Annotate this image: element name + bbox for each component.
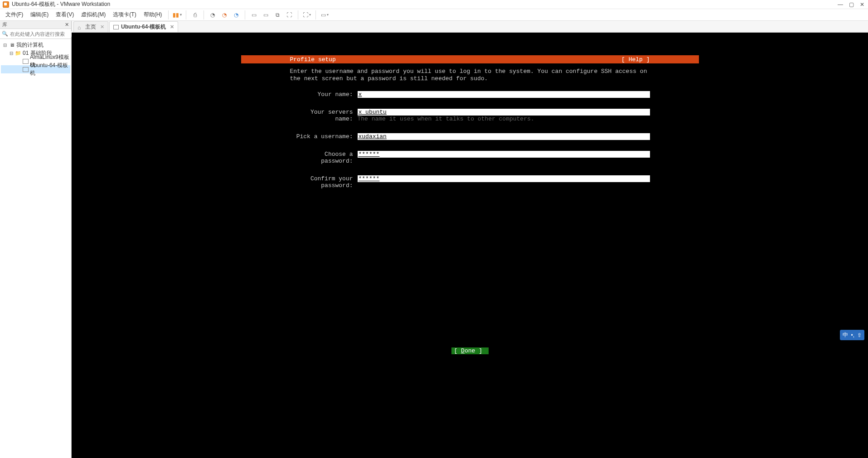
vm-icon <box>23 58 29 64</box>
tab-home[interactable]: 主页 ✕ <box>73 21 108 32</box>
ubuntu-installer: Profile setup [ Help ] Enter the usernam… <box>241 55 699 354</box>
menu-view[interactable]: 查看(V) <box>52 10 78 20</box>
input-password[interactable]: ****** <box>358 151 650 158</box>
vm-console[interactable]: Profile setup [ Help ] Enter the usernam… <box>72 33 868 458</box>
library-tree: ⊟ 我的计算机 ⊟ 01 基础阶段 AlmaLinux9模板机 Ubuntu-6… <box>0 39 71 75</box>
tab-close-icon[interactable]: ✕ <box>170 24 174 30</box>
tree-root-my-computer[interactable]: ⊟ 我的计算机 <box>1 41 70 49</box>
search-icon: 🔍 <box>2 31 8 37</box>
snapshot-manager-icon[interactable]: ◔ <box>231 10 241 20</box>
snapshot-revert-icon[interactable]: ◔ <box>219 10 229 20</box>
library-sidebar: 库 ✕ 🔍 ▼ ⊟ 我的计算机 ⊟ 01 基础阶段 AlmaLinux9模板机 <box>0 21 72 458</box>
library-close-icon[interactable]: ✕ <box>65 22 69 28</box>
content-panel: 主页 ✕ Ubuntu-64-模板机 ✕ Profile setup [ Hel… <box>72 21 868 458</box>
installer-title: Profile setup <box>290 56 336 63</box>
pause-button[interactable]: ▮▮▾ <box>172 10 182 20</box>
vm-icon <box>23 66 29 72</box>
menubar: 文件(F) 编辑(E) 查看(V) 虚拟机(M) 选项卡(T) 帮助(H) ▮▮… <box>0 9 868 21</box>
vmware-app-icon <box>3 1 9 8</box>
screenshot-icon[interactable]: ▭▾ <box>320 10 330 20</box>
view-unity-icon[interactable]: ⧉ <box>272 10 282 20</box>
label-server-name: Your servers name: <box>290 109 358 122</box>
search-input[interactable] <box>10 31 73 37</box>
ime-punct: •, <box>851 332 854 338</box>
view-fullscreen-icon[interactable]: ⛶ <box>284 10 294 20</box>
label-confirm-password: Confirm your password: <box>290 175 358 189</box>
window-title: Ubuntu-64-模板机 - VMware Workstation <box>12 0 110 8</box>
tab-home-label: 主页 <box>85 23 96 31</box>
tab-ubuntu-vm[interactable]: Ubuntu-64-模板机 ✕ <box>109 21 178 32</box>
input-username[interactable]: xudaxian <box>358 133 650 140</box>
close-button[interactable]: ✕ <box>859 1 865 8</box>
menu-edit[interactable]: 编辑(E) <box>27 10 52 20</box>
menu-tabs[interactable]: 选项卡(T) <box>109 10 140 20</box>
tree-vm-ubuntu[interactable]: Ubuntu-64-模板机 <box>1 65 70 73</box>
view-single-icon[interactable]: ▭ <box>249 10 259 20</box>
ime-indicator[interactable]: 中 •, ⇧ <box>840 330 864 340</box>
vm-icon <box>113 24 119 30</box>
titlebar: Ubuntu-64-模板机 - VMware Workstation — ▢ ✕ <box>0 0 868 9</box>
input-your-name[interactable]: x <box>358 91 650 98</box>
library-search[interactable]: 🔍 ▼ <box>0 29 71 39</box>
installer-description: Enter the username and password you will… <box>290 68 650 82</box>
ime-shift-icon: ⇧ <box>857 332 862 338</box>
stretch-icon[interactable]: ⛶▾ <box>302 10 312 20</box>
home-icon <box>78 24 83 30</box>
installer-header: Profile setup [ Help ] <box>241 55 699 63</box>
computer-icon <box>9 42 15 48</box>
ime-lang: 中 <box>843 331 848 339</box>
tab-strip: 主页 ✕ Ubuntu-64-模板机 ✕ <box>72 21 868 33</box>
menu-file[interactable]: 文件(F) <box>2 10 27 20</box>
menu-help[interactable]: 帮助(H) <box>140 10 166 20</box>
send-ctrl-alt-del-icon[interactable]: ⎙ <box>190 10 200 20</box>
tab-close-icon[interactable]: ✕ <box>100 24 104 30</box>
done-button[interactable]: [ Done ] <box>451 347 489 354</box>
tree-vm-label: Ubuntu-64-模板机 <box>30 62 70 77</box>
input-confirm-password[interactable]: ****** <box>358 175 650 182</box>
label-your-name: Your name: <box>290 91 358 98</box>
help-button[interactable]: [ Help ] <box>621 56 650 63</box>
menu-vm[interactable]: 虚拟机(M) <box>78 10 109 20</box>
minimize-button[interactable]: — <box>837 1 844 8</box>
snapshot-take-icon[interactable]: ◔ <box>208 10 218 20</box>
folder-icon <box>15 50 21 56</box>
label-password: Choose a password: <box>290 151 358 164</box>
tree-root-label: 我的计算机 <box>16 41 44 49</box>
library-title: 库 <box>2 21 7 28</box>
label-username: Pick a username: <box>290 133 358 140</box>
library-header: 库 ✕ <box>0 21 71 29</box>
hint-server-name: The name it uses when it talks to other … <box>358 116 650 122</box>
maximize-button[interactable]: ▢ <box>848 1 854 8</box>
input-server-name[interactable]: x_ubuntu <box>358 109 650 116</box>
tab-active-label: Ubuntu-64-模板机 <box>121 23 166 31</box>
view-thumbnail-icon[interactable]: ▭ <box>261 10 271 20</box>
